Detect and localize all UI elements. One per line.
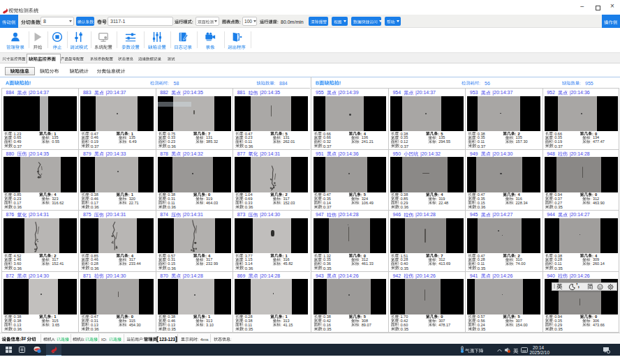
svg-text:123-123: 123-123 <box>159 337 176 342</box>
